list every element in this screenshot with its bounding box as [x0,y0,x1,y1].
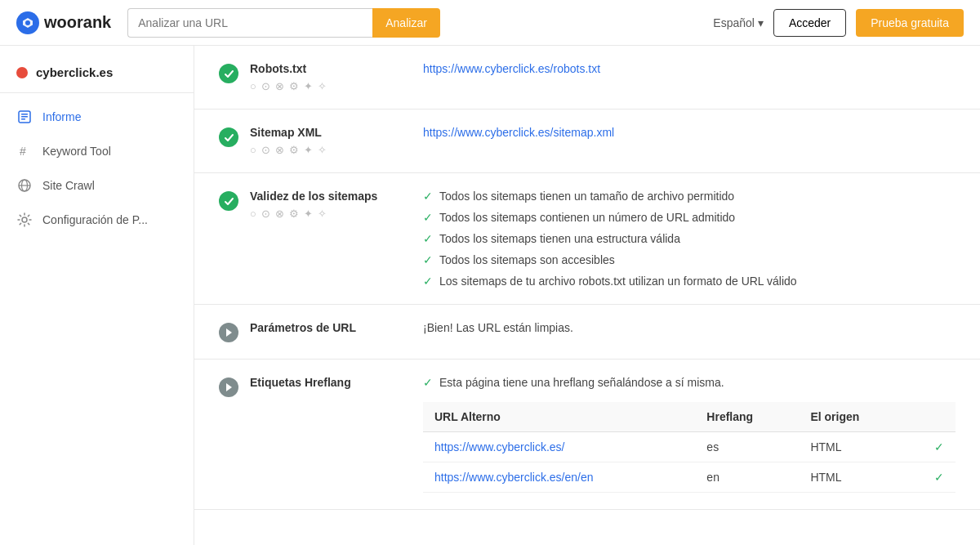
sidebar: cyberclick.es Informe # Keyword Tool [0,46,194,545]
validez-right: ✓ Todos los sitemaps tienen un tamaño de… [423,190,956,288]
sidebar-item-config[interactable]: Configuración de P... [0,203,194,237]
sidebar-item-keyword[interactable]: # Keyword Tool [0,134,194,168]
robots-label-area: Robots.txt ○ ⊙ ⊗ ⚙ ✦ ✧ [250,62,327,92]
robots-status-icon [219,64,238,83]
site-name: cyberclick.es [36,65,113,79]
hreflang-title: Etiquetas Hreflang [250,376,351,389]
svg-text:#: # [20,145,26,158]
validez-status-icon [219,191,238,211]
robots-title: Robots.txt [250,62,327,75]
col-hreflang: Hreflang [695,402,799,432]
check-item-3: ✓ Todos los sitemaps tienen una estructu… [423,232,956,245]
sitemap-icons-row: ○ ⊙ ⊗ ⚙ ✦ ✧ [250,144,327,156]
robots-share-icon[interactable]: ⊙ [261,80,270,92]
check-mark-3: ✓ [423,232,433,245]
svg-rect-4 [21,118,25,120]
nav-right: Español ▾ Acceder Prueba gratuita [713,9,964,37]
url-params-status-icon [219,323,238,342]
hreflang-origin-1: HTML [799,432,906,462]
hreflang-lang-2: en [695,462,799,493]
svg-rect-3 [21,116,28,118]
sitemap-gear2-icon[interactable]: ✦ [304,144,313,156]
validez-checklist: ✓ Todos los sitemaps tienen un tamaño de… [423,190,956,288]
search-input[interactable] [127,8,372,38]
robots-info-icon[interactable]: ⊗ [275,80,284,92]
check-text-3: Todos los sitemaps tienen una estructura… [439,232,680,245]
hreflang-url-link-1[interactable]: https://www.cyberclick.es/ [434,440,565,453]
robots-gear1-icon[interactable]: ⚙ [289,80,299,92]
sitemap-info-icon[interactable]: ⊗ [275,144,284,156]
validez-gear1-icon[interactable]: ⚙ [289,208,299,220]
sitemap-gear3-icon[interactable]: ✧ [318,144,327,156]
search-button[interactable]: Analizar [372,8,440,38]
hreflang-check-1: ✓ [906,432,956,462]
language-selector[interactable]: Español ▾ [713,16,764,29]
search-bar: Analizar [127,8,440,38]
robots-section: Robots.txt ○ ⊙ ⊗ ⚙ ✦ ✧ https://www.cyber… [194,46,980,109]
url-params-label-area: Parámetros de URL [250,321,356,334]
sitemap-section: Sitemap XML ○ ⊙ ⊗ ⚙ ✦ ✧ https://www.cybe… [194,109,980,173]
check-item-4: ✓ Todos los sitemaps son accesibles [423,253,956,266]
logo-icon [16,11,39,34]
robots-gear3-icon[interactable]: ✧ [318,80,327,92]
acceder-button[interactable]: Acceder [773,9,846,37]
url-params-title: Parámetros de URL [250,321,356,334]
hreflang-origin-2: HTML [799,462,906,493]
check-item-2: ✓ Todos los sitemaps contienen un número… [423,211,956,224]
check-text-1: Todos los sitemaps tienen un tamaño de a… [439,190,734,203]
sitemap-left: Sitemap XML ○ ⊙ ⊗ ⚙ ✦ ✧ [219,126,407,156]
hreflang-check-icon: ✓ [423,376,433,389]
hreflang-table: URL Alterno Hreflang El origen https://w… [423,402,956,493]
config-icon [16,212,33,228]
check-mark-5: ✓ [423,275,433,288]
hreflang-url-2: https://www.cyberclick.es/en/en [423,462,695,493]
check-item-1: ✓ Todos los sitemaps tienen un tamaño de… [423,190,956,203]
config-label: Configuración de P... [42,213,148,226]
url-params-text: ¡Bien! Las URL están limpias. [423,321,573,334]
informe-label: Informe [42,110,81,123]
validez-section: Validez de los sitemaps ○ ⊙ ⊗ ⚙ ✦ ✧ ✓ T [194,173,980,305]
check-text-5: Los sitemaps de tu archivo robots.txt ut… [439,275,797,288]
keyword-icon: # [16,143,33,159]
robots-right: https://www.cyberclick.es/robots.txt [423,62,956,75]
sitemap-eye-icon[interactable]: ○ [250,144,256,156]
robots-eye-icon[interactable]: ○ [250,80,256,92]
language-label: Español [713,16,755,29]
navbar: woorank Analizar Español ▾ Acceder Prueb… [0,0,980,46]
hreflang-url-link-2[interactable]: https://www.cyberclick.es/en/en [434,471,594,484]
svg-point-9 [22,217,27,222]
keyword-label: Keyword Tool [42,145,111,158]
sitecrawl-icon [16,177,33,194]
sitemap-gear1-icon[interactable]: ⚙ [289,144,299,156]
check-text-4: Todos los sitemaps son accesibles [439,253,615,266]
validez-gear2-icon[interactable]: ✦ [304,208,313,220]
svg-rect-2 [21,114,28,115]
sitemap-status-icon [219,127,238,147]
validez-left: Validez de los sitemaps ○ ⊙ ⊗ ⚙ ✦ ✧ [219,190,407,220]
hreflang-left: Etiquetas Hreflang [219,376,407,397]
robots-link[interactable]: https://www.cyberclick.es/robots.txt [423,62,600,75]
sitemap-share-icon[interactable]: ⊙ [261,144,270,156]
table-row: https://www.cyberclick.es/en/en en HTML … [423,462,956,493]
hreflang-message-text: Esta página tiene una hreflang señalándo… [439,376,724,389]
validez-gear3-icon[interactable]: ✧ [318,208,327,220]
logo[interactable]: woorank [16,11,111,34]
svg-point-0 [25,20,30,25]
site-header: cyberclick.es [0,59,194,93]
sidebar-item-sitecrawl[interactable]: Site Crawl [0,168,194,203]
prueba-gratuita-button[interactable]: Prueba gratuita [856,9,964,37]
validez-share-icon[interactable]: ⊙ [261,208,270,220]
col-url-alterno: URL Alterno [423,402,695,432]
check-mark-1: ✓ [423,190,433,203]
validez-info-icon[interactable]: ⊗ [275,208,284,220]
hreflang-right: ✓ Esta página tiene una hreflang señalán… [423,376,956,493]
logo-text: woorank [44,13,111,32]
check-mark-2: ✓ [423,211,433,224]
robots-gear2-icon[interactable]: ✦ [304,80,313,92]
main-content: Robots.txt ○ ⊙ ⊗ ⚙ ✦ ✧ https://www.cyber… [194,46,980,545]
check-mark-4: ✓ [423,253,433,266]
validez-eye-icon[interactable]: ○ [250,208,256,220]
sidebar-item-informe[interactable]: Informe [0,100,194,134]
svg-marker-11 [226,383,232,391]
sitemap-link[interactable]: https://www.cyberclick.es/sitemap.xml [423,126,614,139]
